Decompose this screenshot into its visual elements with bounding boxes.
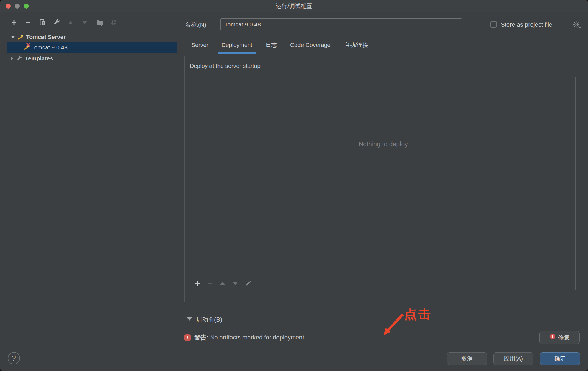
collapse-icon[interactable] (187, 317, 192, 321)
tree-item-tomcat-server[interactable]: Tomcat Server (7, 32, 177, 42)
fix-button[interactable]: ! 修复 (539, 331, 580, 344)
sort-az-icon: a z (110, 19, 117, 26)
tab-deployment[interactable]: Deployment (218, 38, 256, 54)
help-button[interactable]: ? (8, 352, 20, 364)
pencil-icon (245, 280, 251, 287)
config-tabs: Server Deployment 日志 Code Coverage 启动/连接 (188, 38, 372, 54)
tomcat-icon (18, 34, 24, 40)
cancel-button[interactable]: 取消 (447, 352, 487, 365)
arrow-down-icon (233, 282, 238, 285)
name-field-label: 名称:(N) (185, 21, 206, 29)
minus-icon (207, 280, 213, 287)
move-artifact-down-button[interactable] (229, 279, 242, 288)
arrow-down-icon (82, 21, 87, 24)
create-folder-button[interactable] (96, 18, 104, 27)
fix-bulb-icon: ! (550, 334, 556, 341)
move-down-button[interactable] (80, 18, 89, 27)
minus-icon (25, 19, 31, 26)
tree-item-templates[interactable]: Templates (7, 53, 177, 64)
chevron-collapsed-icon[interactable] (11, 56, 13, 61)
group-separator (290, 66, 576, 66)
deploy-group-title: Deploy at the server startup (190, 63, 263, 69)
remove-artifact-button[interactable] (204, 279, 216, 288)
tree-item-label: Templates (25, 55, 53, 62)
chevron-down-icon (579, 27, 581, 29)
tomcat-invalid-icon (23, 44, 29, 50)
copy-configuration-button[interactable] (38, 18, 47, 27)
title-bar: 运行/调试配置 (0, 0, 588, 12)
tab-code-coverage[interactable]: Code Coverage (287, 38, 334, 54)
configurations-tree: Tomcat Server Tomcat 9.0.48 (7, 31, 178, 345)
deploy-artifacts-list[interactable]: Nothing to deploy (191, 77, 576, 290)
warning-icon: ! (184, 334, 191, 341)
tab-logs[interactable]: 日志 (262, 38, 280, 54)
edit-artifact-button[interactable] (242, 279, 254, 288)
add-configuration-button[interactable] (10, 18, 18, 27)
arrow-up-icon (220, 282, 225, 285)
svg-text:a: a (114, 19, 116, 22)
copy-icon (39, 19, 46, 26)
tab-server[interactable]: Server (188, 38, 212, 54)
run-debug-configurations-dialog: 运行/调试配置 a z (0, 0, 588, 371)
warning-label: 警告: (194, 334, 208, 341)
wrench-icon (16, 55, 23, 61)
add-artifact-button[interactable] (191, 279, 204, 288)
tree-item-label: Tomcat Server (26, 34, 66, 40)
window-title: 运行/调试配置 (0, 0, 588, 12)
sort-configurations-button[interactable]: a z (109, 18, 118, 27)
remove-configuration-button[interactable] (24, 18, 32, 27)
move-artifact-up-button[interactable] (216, 279, 229, 288)
apply-button[interactable]: 应用(A) (493, 352, 533, 365)
ok-button[interactable]: 确定 (540, 352, 580, 365)
store-as-project-file-label: Store as project file (501, 21, 552, 28)
question-mark-icon: ? (12, 354, 16, 362)
tree-item-tomcat-9048[interactable]: Tomcat 9.0.48 (7, 42, 177, 53)
fix-button-label: 修复 (558, 334, 570, 341)
store-as-project-file-checkbox[interactable] (490, 21, 497, 28)
before-launch-separator (233, 319, 575, 319)
plus-icon (194, 280, 201, 287)
annotation-arrow-icon (376, 311, 409, 341)
gear-icon[interactable] (573, 21, 580, 28)
empty-list-text: Nothing to deploy (191, 140, 575, 148)
edit-templates-button[interactable] (52, 18, 61, 27)
tab-startup-connection[interactable]: 启动/连接 (340, 38, 372, 54)
plus-icon (11, 19, 17, 26)
before-launch-label[interactable]: 启动前(B) (196, 316, 222, 324)
warning-message: No artifacts marked for deployment (210, 334, 304, 341)
warning-text: 警告: No artifacts marked for deployment (194, 334, 304, 341)
deployment-tab-panel: Deploy at the server startup Nothing to … (184, 56, 581, 302)
new-folder-icon (96, 19, 104, 26)
move-up-button[interactable] (66, 18, 75, 27)
name-input[interactable] (220, 18, 462, 30)
arrow-up-icon (68, 21, 73, 24)
deploy-list-toolbar (191, 277, 575, 290)
warning-separator (180, 326, 588, 326)
invalid-x-icon (26, 43, 30, 47)
tree-item-label: Tomcat 9.0.48 (31, 44, 68, 51)
svg-text:z: z (114, 23, 116, 26)
chevron-expanded-icon[interactable] (11, 36, 15, 38)
wrench-icon (53, 19, 60, 26)
